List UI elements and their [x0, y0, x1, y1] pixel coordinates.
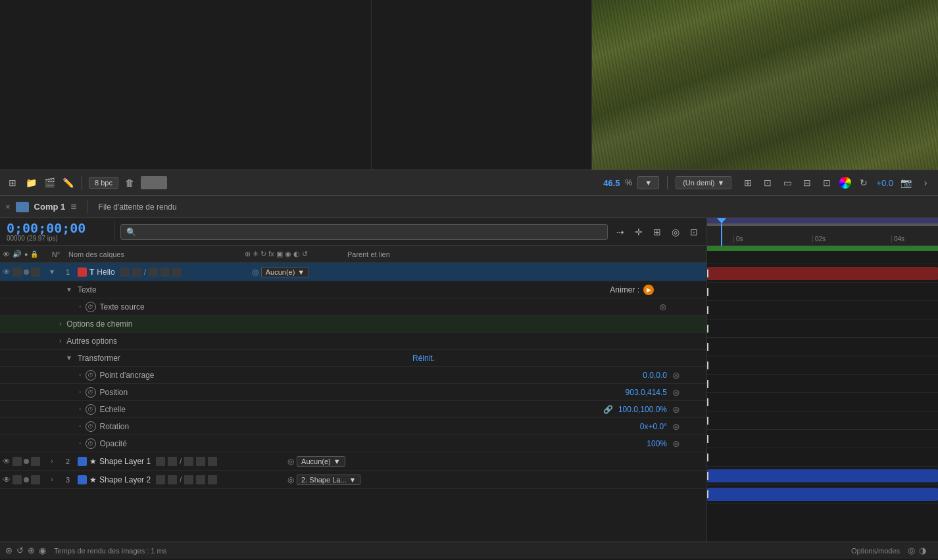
echelle-spiral[interactable]: ⊛ [672, 404, 680, 415]
workspace-icon[interactable]: ⊞ [5, 175, 20, 190]
rotation-value[interactable]: 0x+0.0° [640, 422, 667, 431]
lock-toggle[interactable] [31, 268, 40, 277]
layer-expand-2[interactable]: › [46, 457, 58, 465]
slash-2[interactable]: / [180, 457, 182, 466]
pen-icon[interactable]: ✏️ [61, 175, 75, 190]
transformer-expand[interactable]: ▼ [66, 354, 72, 362]
status-icon-3[interactable]: ⊕ [28, 546, 35, 555]
echelle-value[interactable]: 100.0,100.0% [618, 405, 667, 414]
sw3-1[interactable] [156, 475, 165, 484]
magnification-dropdown[interactable]: (Un demi) ▼ [676, 176, 731, 189]
reinit-link[interactable]: Réinit. [412, 354, 435, 363]
eye-icon[interactable]: 👁 [3, 268, 11, 277]
point-ancrage-spiral[interactable]: ⊛ [672, 370, 680, 381]
footage-icon[interactable]: 🎬 [42, 175, 57, 190]
options-chemin-expand[interactable]: › [59, 320, 61, 327]
sw4[interactable] [160, 268, 170, 277]
autres-options-expand[interactable]: › [59, 337, 61, 344]
position-stopwatch[interactable]: ⏱ [86, 387, 96, 398]
parent-dropdown-2[interactable]: Aucun(e)▼ [297, 456, 345, 467]
screen-icon[interactable]: ⊡ [820, 175, 834, 190]
fit-icon[interactable]: ⊞ [741, 175, 755, 190]
texte-source-stopwatch[interactable]: ⏱ [86, 302, 96, 312]
layer-expand-3[interactable]: › [46, 476, 58, 483]
panel-menu-button[interactable]: ≡ [70, 201, 76, 213]
sw3-2[interactable] [168, 475, 177, 484]
eye-icon-2[interactable]: 👁 [3, 457, 11, 466]
position-spiral[interactable]: ⊛ [672, 387, 680, 398]
snapshot-icon[interactable]: 📷 [899, 175, 913, 190]
frame-icon[interactable]: ▭ [780, 175, 795, 190]
eye-icon-3[interactable]: 👁 [3, 475, 11, 484]
rotation-stopwatch[interactable]: ⏱ [86, 421, 96, 432]
slash-3[interactable]: / [180, 475, 182, 484]
solo-dot[interactable] [24, 269, 29, 275]
audio-toggle-2[interactable] [12, 457, 22, 466]
sw3-3[interactable] [184, 475, 193, 484]
lock-toggle-2[interactable] [31, 457, 40, 466]
overlay-icon[interactable]: ◎ [668, 225, 683, 239]
color-swatch[interactable] [141, 176, 167, 189]
toggle-icon[interactable]: ⊟ [800, 175, 814, 190]
bpc-button[interactable]: 8 bpc [89, 177, 118, 189]
sw2-2[interactable] [168, 457, 177, 466]
point-ancrage-value[interactable]: 0.0,0.0 [643, 371, 667, 380]
refresh-icon[interactable]: ↻ [856, 175, 871, 190]
rotation-spiral[interactable]: ⊛ [672, 421, 680, 432]
color-wheel-icon[interactable] [839, 177, 851, 189]
motion-sketch-icon[interactable]: ⇢ [613, 225, 628, 239]
sw2-1[interactable] [156, 457, 165, 466]
layer-row-3[interactable]: 👁 › 3 ★ Shape Layer 2 / [0, 471, 706, 489]
sw3[interactable] [149, 268, 158, 277]
layer-row-2[interactable]: 👁 › 2 ★ Shape Layer 1 / [0, 452, 706, 471]
texte-expand[interactable]: ▼ [66, 286, 72, 293]
draft-icon[interactable]: ⊡ [687, 225, 701, 239]
transformer-group-row[interactable]: ▼ Transformer Réinit. [0, 350, 706, 367]
opacite-stopwatch[interactable]: ⏱ [86, 438, 96, 449]
options-chemin-row[interactable]: › Options de chemin [0, 315, 706, 333]
solo-dot-3[interactable] [24, 477, 29, 482]
status-icon-5[interactable]: ◎ [908, 546, 915, 555]
solo-icon[interactable]: ⊞ [650, 225, 664, 239]
parent-dropdown-1[interactable]: Aucun(e)▼ [261, 267, 310, 277]
lock-toggle-3[interactable] [31, 475, 40, 484]
sw3-5[interactable] [208, 475, 217, 484]
audio-toggle[interactable] [12, 268, 22, 277]
texte-source-spiral[interactable]: ⊛ [659, 302, 667, 312]
search-input[interactable] [120, 224, 608, 240]
layer-expand-1[interactable]: ▼ [46, 268, 58, 275]
sw5[interactable] [172, 268, 182, 277]
sw2-4[interactable] [196, 457, 205, 466]
playhead[interactable] [716, 218, 727, 246]
snap-icon[interactable]: ✛ [631, 225, 646, 239]
status-icon-4[interactable]: ◉ [39, 546, 46, 555]
zoom-dropdown[interactable]: ▼ [637, 176, 659, 189]
echelle-stopwatch[interactable]: ⏱ [86, 404, 96, 415]
sw2-3[interactable] [184, 457, 193, 466]
time-display[interactable]: 0;00;00;00 00000 (29.97 ips) [0, 222, 115, 242]
sw2-5[interactable] [208, 457, 217, 466]
opacite-value[interactable]: 100% [647, 439, 667, 448]
slash-1[interactable]: / [144, 268, 146, 277]
sw2[interactable] [132, 268, 141, 277]
animate-button[interactable]: ▶ [643, 285, 654, 295]
position-value[interactable]: 903.0,414.5 [626, 388, 667, 397]
more-icon[interactable]: › [918, 175, 933, 190]
status-icon-2[interactable]: ↺ [16, 546, 24, 555]
grid-icon[interactable]: ⊡ [760, 175, 775, 190]
audio-toggle-3[interactable] [12, 475, 22, 484]
sw3-4[interactable] [196, 475, 205, 484]
parent-dropdown-3[interactable]: 2. Shape La...▼ [297, 475, 360, 485]
point-ancrage-stopwatch[interactable]: ⏱ [86, 370, 96, 381]
status-icon-1[interactable]: ⊛ [5, 546, 12, 555]
autres-options-row[interactable]: › Autres options [0, 333, 706, 350]
texte-group-row[interactable]: ▼ Texte Animer : ▶ [0, 281, 706, 298]
sw1[interactable] [120, 268, 130, 277]
layer-row[interactable]: 👁 ▼ 1 T Hello / [0, 263, 706, 281]
trash-icon[interactable]: 🗑 [122, 175, 137, 190]
echelle-link-icon[interactable]: 🔗 [603, 405, 613, 414]
status-icon-6[interactable]: ◑ [919, 546, 926, 555]
opacite-spiral[interactable]: ⊛ [672, 438, 680, 449]
solo-dot-2[interactable] [24, 459, 29, 464]
folder-icon[interactable]: 📁 [24, 175, 38, 190]
